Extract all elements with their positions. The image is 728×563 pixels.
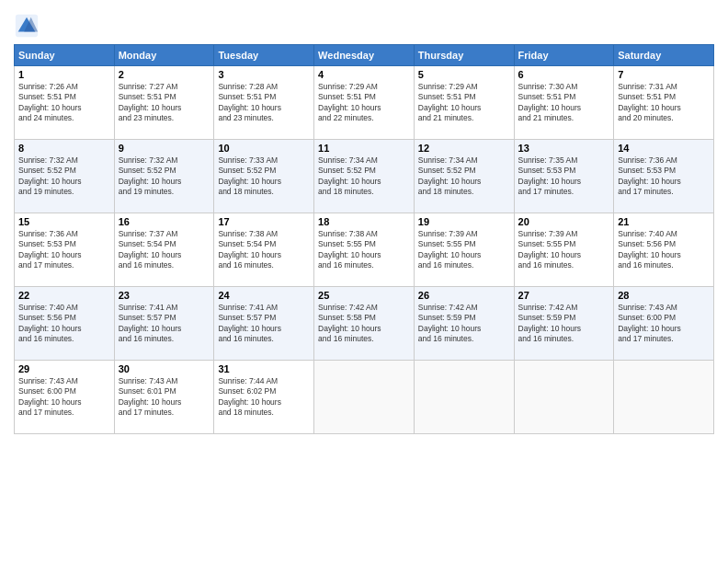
- day-number: 13: [518, 143, 610, 154]
- day-number: 6: [518, 69, 610, 80]
- day-info: Sunrise: 7:40 AMSunset: 5:56 PMDaylight:…: [618, 229, 710, 271]
- day-number: 18: [318, 216, 410, 227]
- calendar-cell: 24Sunrise: 7:41 AMSunset: 5:57 PMDayligh…: [214, 287, 314, 361]
- day-number: 24: [218, 290, 310, 301]
- day-number: 8: [18, 143, 110, 154]
- day-info: Sunrise: 7:43 AMSunset: 6:00 PMDaylight:…: [18, 376, 110, 419]
- calendar: SundayMondayTuesdayWednesdayThursdayFrid…: [14, 44, 714, 434]
- calendar-header-row: SundayMondayTuesdayWednesdayThursdayFrid…: [15, 45, 714, 66]
- calendar-cell: [514, 361, 614, 434]
- calendar-cell: 20Sunrise: 7:39 AMSunset: 5:55 PMDayligh…: [514, 213, 614, 287]
- day-info: Sunrise: 7:37 AMSunset: 5:54 PMDaylight:…: [119, 229, 210, 271]
- calendar-cell: [614, 361, 714, 434]
- day-number: 5: [418, 69, 510, 80]
- calendar-cell: 31Sunrise: 7:44 AMSunset: 6:02 PMDayligh…: [214, 361, 314, 434]
- day-number: 22: [18, 290, 110, 301]
- calendar-cell: 18Sunrise: 7:38 AMSunset: 5:55 PMDayligh…: [314, 213, 415, 287]
- calendar-cell: 13Sunrise: 7:35 AMSunset: 5:53 PMDayligh…: [514, 140, 614, 213]
- day-header: Thursday: [414, 45, 514, 66]
- day-number: 29: [18, 363, 110, 374]
- calendar-cell: [314, 361, 415, 434]
- calendar-cell: 8Sunrise: 7:32 AMSunset: 5:52 PMDaylight…: [15, 140, 115, 213]
- day-info: Sunrise: 7:26 AMSunset: 5:51 PMDaylight:…: [18, 82, 110, 124]
- day-number: 17: [218, 216, 310, 227]
- day-number: 11: [318, 143, 410, 154]
- day-info: Sunrise: 7:39 AMSunset: 5:55 PMDaylight:…: [418, 229, 510, 271]
- calendar-cell: 29Sunrise: 7:43 AMSunset: 6:00 PMDayligh…: [15, 361, 115, 434]
- calendar-cell: 16Sunrise: 7:37 AMSunset: 5:54 PMDayligh…: [114, 213, 214, 287]
- day-info: Sunrise: 7:39 AMSunset: 5:55 PMDaylight:…: [518, 229, 610, 271]
- day-number: 9: [119, 143, 210, 154]
- day-number: 10: [218, 143, 310, 154]
- day-header: Monday: [114, 45, 214, 66]
- day-number: 1: [18, 69, 110, 80]
- day-info: Sunrise: 7:38 AMSunset: 5:54 PMDaylight:…: [218, 229, 310, 271]
- day-info: Sunrise: 7:36 AMSunset: 5:53 PMDaylight:…: [618, 155, 710, 198]
- calendar-cell: 3Sunrise: 7:28 AMSunset: 5:51 PMDaylight…: [214, 66, 314, 140]
- calendar-cell: 21Sunrise: 7:40 AMSunset: 5:56 PMDayligh…: [614, 213, 714, 287]
- day-info: Sunrise: 7:29 AMSunset: 5:51 PMDaylight:…: [418, 82, 510, 124]
- day-number: 3: [218, 69, 310, 80]
- day-number: 16: [119, 216, 210, 227]
- calendar-cell: 2Sunrise: 7:27 AMSunset: 5:51 PMDaylight…: [114, 66, 214, 140]
- day-number: 23: [119, 290, 210, 301]
- calendar-cell: 17Sunrise: 7:38 AMSunset: 5:54 PMDayligh…: [214, 213, 314, 287]
- calendar-cell: 27Sunrise: 7:42 AMSunset: 5:59 PMDayligh…: [514, 287, 614, 361]
- day-info: Sunrise: 7:40 AMSunset: 5:56 PMDaylight:…: [18, 303, 110, 345]
- day-number: 26: [418, 290, 510, 301]
- day-header: Sunday: [15, 45, 115, 66]
- day-number: 27: [518, 290, 610, 301]
- day-header: Wednesday: [314, 45, 415, 66]
- day-number: 20: [518, 216, 610, 227]
- calendar-cell: [414, 361, 514, 434]
- day-info: Sunrise: 7:27 AMSunset: 5:51 PMDaylight:…: [119, 82, 210, 124]
- day-number: 2: [119, 69, 210, 80]
- calendar-cell: 5Sunrise: 7:29 AMSunset: 5:51 PMDaylight…: [414, 66, 514, 140]
- day-info: Sunrise: 7:29 AMSunset: 5:51 PMDaylight:…: [318, 82, 410, 124]
- day-info: Sunrise: 7:43 AMSunset: 6:01 PMDaylight:…: [119, 376, 210, 419]
- calendar-cell: 22Sunrise: 7:40 AMSunset: 5:56 PMDayligh…: [15, 287, 115, 361]
- calendar-cell: 10Sunrise: 7:33 AMSunset: 5:52 PMDayligh…: [214, 140, 314, 213]
- day-info: Sunrise: 7:34 AMSunset: 5:52 PMDaylight:…: [318, 155, 410, 198]
- day-info: Sunrise: 7:44 AMSunset: 6:02 PMDaylight:…: [218, 376, 310, 419]
- day-number: 15: [18, 216, 110, 227]
- day-info: Sunrise: 7:42 AMSunset: 5:59 PMDaylight:…: [518, 303, 610, 345]
- day-info: Sunrise: 7:32 AMSunset: 5:52 PMDaylight:…: [18, 155, 110, 198]
- day-number: 19: [418, 216, 510, 227]
- day-number: 21: [618, 216, 710, 227]
- calendar-cell: 6Sunrise: 7:30 AMSunset: 5:51 PMDaylight…: [514, 66, 614, 140]
- calendar-body: 1Sunrise: 7:26 AMSunset: 5:51 PMDaylight…: [15, 66, 714, 434]
- day-header: Saturday: [614, 45, 714, 66]
- day-info: Sunrise: 7:41 AMSunset: 5:57 PMDaylight:…: [119, 303, 210, 345]
- calendar-cell: 23Sunrise: 7:41 AMSunset: 5:57 PMDayligh…: [114, 287, 214, 361]
- header: [14, 9, 714, 39]
- day-info: Sunrise: 7:35 AMSunset: 5:53 PMDaylight:…: [518, 155, 610, 198]
- calendar-cell: 25Sunrise: 7:42 AMSunset: 5:58 PMDayligh…: [314, 287, 415, 361]
- logo-icon: [14, 13, 40, 39]
- day-info: Sunrise: 7:28 AMSunset: 5:51 PMDaylight:…: [218, 82, 310, 124]
- day-number: 31: [218, 363, 310, 374]
- day-info: Sunrise: 7:32 AMSunset: 5:52 PMDaylight:…: [119, 155, 210, 198]
- day-number: 12: [418, 143, 510, 154]
- day-info: Sunrise: 7:41 AMSunset: 5:57 PMDaylight:…: [218, 303, 310, 345]
- day-number: 7: [618, 69, 710, 80]
- day-info: Sunrise: 7:36 AMSunset: 5:53 PMDaylight:…: [18, 229, 110, 271]
- day-info: Sunrise: 7:42 AMSunset: 5:58 PMDaylight:…: [318, 303, 410, 345]
- calendar-cell: 7Sunrise: 7:31 AMSunset: 5:51 PMDaylight…: [614, 66, 714, 140]
- day-info: Sunrise: 7:38 AMSunset: 5:55 PMDaylight:…: [318, 229, 410, 271]
- day-info: Sunrise: 7:43 AMSunset: 6:00 PMDaylight:…: [618, 303, 710, 345]
- day-number: 28: [618, 290, 710, 301]
- day-header: Friday: [514, 45, 614, 66]
- day-header: Tuesday: [214, 45, 314, 66]
- day-info: Sunrise: 7:42 AMSunset: 5:59 PMDaylight:…: [418, 303, 510, 345]
- day-info: Sunrise: 7:31 AMSunset: 5:51 PMDaylight:…: [618, 82, 710, 124]
- logo: [14, 13, 43, 39]
- day-info: Sunrise: 7:33 AMSunset: 5:52 PMDaylight:…: [218, 155, 310, 198]
- calendar-cell: 1Sunrise: 7:26 AMSunset: 5:51 PMDaylight…: [15, 66, 115, 140]
- calendar-cell: 30Sunrise: 7:43 AMSunset: 6:01 PMDayligh…: [114, 361, 214, 434]
- calendar-cell: 12Sunrise: 7:34 AMSunset: 5:52 PMDayligh…: [414, 140, 514, 213]
- calendar-cell: 9Sunrise: 7:32 AMSunset: 5:52 PMDaylight…: [114, 140, 214, 213]
- calendar-cell: 11Sunrise: 7:34 AMSunset: 5:52 PMDayligh…: [314, 140, 415, 213]
- day-number: 25: [318, 290, 410, 301]
- calendar-cell: 14Sunrise: 7:36 AMSunset: 5:53 PMDayligh…: [614, 140, 714, 213]
